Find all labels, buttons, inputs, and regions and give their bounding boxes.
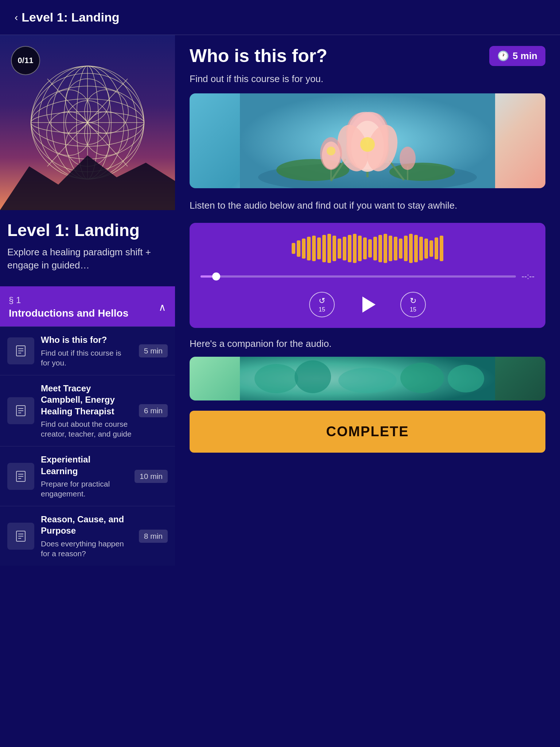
companion-card[interactable] <box>190 357 545 400</box>
book-icon <box>14 404 27 417</box>
companion-text: Here's a companion for the audio. <box>190 338 545 349</box>
waveform-bar <box>419 237 423 260</box>
play-button[interactable] <box>353 290 382 319</box>
waveform-bar <box>424 239 428 259</box>
right-body-text: Listen to the audio below and find out i… <box>190 198 545 213</box>
waveform-bar <box>348 235 351 262</box>
book-icon <box>14 470 27 483</box>
lesson-title: Experiential Learning <box>41 454 128 476</box>
lesson-title: Who is this for? <box>41 334 132 345</box>
lesson-title: Meet Tracey Campbell, Energy Healing The… <box>41 383 132 417</box>
lesson-duration: 10 min <box>135 470 168 483</box>
forward-button[interactable]: ↻ 15 <box>400 292 426 317</box>
lesson-icon <box>7 523 34 550</box>
waveform-bar <box>338 239 341 259</box>
time-badge-label: 5 min <box>513 50 537 62</box>
clock-icon: 🕐 <box>497 50 509 62</box>
section-name: Introductions and Hellos <box>9 307 128 319</box>
lesson-icon <box>7 463 34 490</box>
waveform-bar <box>409 234 413 263</box>
chevron-up-icon: ∧ <box>159 301 166 313</box>
lesson-item[interactable]: Meet Tracey Campbell, Energy Healing The… <box>0 375 175 446</box>
waveform-bar <box>292 243 295 254</box>
lotus-image <box>190 93 545 188</box>
waveform-bar <box>378 235 382 262</box>
waveform-bar <box>307 237 311 260</box>
waveform-bar <box>353 234 357 263</box>
audio-player: --:-- ↺ 15 ↻ 15 <box>190 223 545 328</box>
rewind-label: 15 <box>319 306 325 313</box>
waveform-bar <box>429 240 433 257</box>
progress-badge: 0/11 <box>11 46 40 75</box>
svg-point-57 <box>400 147 416 170</box>
back-arrow-icon: ‹ <box>15 12 18 23</box>
lesson-icon <box>7 337 34 364</box>
svg-point-55 <box>327 147 335 155</box>
course-info: Level 1: Landing Explore a healing parad… <box>0 210 175 279</box>
waveform-bar <box>384 234 387 263</box>
right-header: Who is this for? 🕐 5 min <box>190 46 545 66</box>
section-header[interactable]: § 1 Introductions and Hellos ∧ <box>0 286 175 326</box>
companion-image <box>190 357 545 400</box>
lesson-info: Who is this for? Find out if this course… <box>41 334 132 368</box>
course-thumbnail: 0/11 <box>0 35 175 210</box>
waveform-bar <box>389 236 392 261</box>
section-number: § 1 <box>9 295 128 305</box>
lesson-desc: Does everything happen for a reason? <box>41 539 132 559</box>
waveform-bar <box>343 237 346 260</box>
lesson-desc: Prepare for practical engagement. <box>41 479 128 499</box>
waveform-bar <box>435 237 438 259</box>
book-icon <box>14 344 27 357</box>
lesson-duration: 8 min <box>139 530 168 543</box>
audio-progress-track[interactable] <box>201 275 516 278</box>
waveform-bar <box>302 239 306 259</box>
left-column: 0/11 Level 1: Landing Explore a healing … <box>0 35 175 566</box>
waveform-bar <box>394 237 397 260</box>
waveform-bar <box>312 236 316 261</box>
time-badge: 🕐 5 min <box>489 46 545 66</box>
waveform-bar <box>327 234 331 263</box>
right-subtitle: Find out if this course is for you. <box>190 73 545 85</box>
rewind-button[interactable]: ↺ 15 <box>309 292 335 317</box>
waveform-bar <box>322 235 326 262</box>
player-controls: ↺ 15 ↻ 15 <box>201 290 534 319</box>
lesson-desc: Find out if this course is for you. <box>41 348 132 368</box>
lotus-illustration <box>190 93 545 188</box>
waveform-bar <box>440 236 443 261</box>
waveform-bar <box>368 239 372 258</box>
lesson-duration: 5 min <box>139 344 168 357</box>
waveform-bar <box>332 236 336 261</box>
waveform-bar <box>358 236 362 261</box>
lesson-list: Who is this for? Find out if this course… <box>0 326 175 566</box>
waveform-bar <box>414 235 418 262</box>
back-button[interactable]: ‹ Level 1: Landing <box>15 10 120 24</box>
waveform-bar <box>297 240 300 257</box>
rewind-icon: ↺ <box>319 296 325 306</box>
lesson-desc: Find out about the course creator, teach… <box>41 419 132 439</box>
svg-rect-64 <box>240 357 495 400</box>
waveform-bar <box>404 236 408 261</box>
header: ‹ Level 1: Landing <box>0 0 560 35</box>
waveform-bar <box>363 237 367 259</box>
course-description: Explore a healing paradigm shift + engag… <box>7 245 168 272</box>
right-column: Who is this for? 🕐 5 min Find out if thi… <box>175 35 560 566</box>
complete-button[interactable]: COMPLETE <box>190 411 545 453</box>
waveform <box>201 234 534 263</box>
lesson-title: Reason, Cause, and Purpose <box>41 514 132 536</box>
lesson-item[interactable]: Reason, Cause, and Purpose Does everythi… <box>0 506 175 566</box>
right-title: Who is this for? <box>190 46 327 66</box>
section-accordion: § 1 Introductions and Hellos ∧ <box>0 286 175 326</box>
waveform-bar <box>373 237 377 260</box>
lesson-item[interactable]: Who is this for? Find out if this course… <box>0 326 175 375</box>
book-icon <box>14 530 27 543</box>
svg-marker-0 <box>0 155 175 210</box>
lesson-icon <box>7 397 34 424</box>
header-title: Level 1: Landing <box>22 10 119 24</box>
play-icon <box>362 297 376 313</box>
main-layout: 0/11 Level 1: Landing Explore a healing … <box>0 35 560 566</box>
progress-row: --:-- <box>201 272 534 281</box>
course-title: Level 1: Landing <box>7 221 168 240</box>
lesson-info: Meet Tracey Campbell, Energy Healing The… <box>41 383 132 439</box>
mountain-silhouette <box>0 137 175 210</box>
lesson-item[interactable]: Experiential Learning Prepare for practi… <box>0 446 175 506</box>
